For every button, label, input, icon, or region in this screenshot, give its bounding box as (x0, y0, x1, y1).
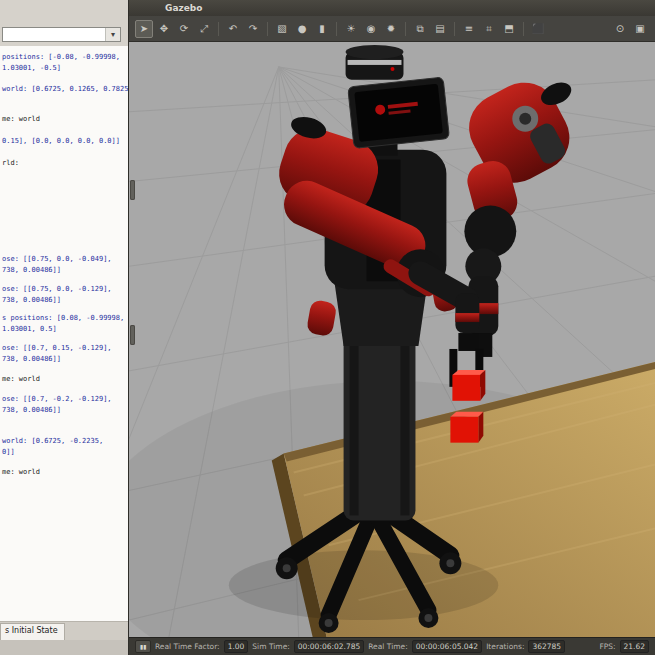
yaml-line: positions: [-0.08, -0.99998, (2, 53, 120, 61)
align-icon: ≡ (465, 23, 473, 34)
yaml-line: ose: [[0.7, -0.2, -0.129], (2, 395, 112, 403)
toolbar-separator (218, 22, 219, 36)
select-tool-icon: ➤ (140, 23, 148, 34)
insert-sphere-button[interactable]: ● (293, 20, 311, 38)
red-cube-on-table[interactable] (450, 412, 483, 443)
directional-light-button[interactable]: ☀ (342, 20, 360, 38)
yaml-line: 0]] (2, 448, 15, 456)
point-light-icon: ✹ (387, 23, 395, 34)
yaml-line: 738, 0.00486]] (2, 296, 61, 304)
toolbar-separator (523, 22, 524, 36)
change-view-button[interactable]: ⬒ (500, 20, 518, 38)
insert-cylinder-button[interactable]: ▮ (313, 20, 331, 38)
yaml-line: ose: [[0.7, 0.15, -0.129], (2, 344, 112, 352)
editor-toolbar-area: ▾ (0, 0, 128, 47)
yaml-line: world: [0.6725, -0.2235, (2, 437, 103, 445)
gazebo-toolbar: ➤ ✥ ⟳ ⤢ ↶ ↷ ▧ ● ▮ ☀ ◉ ✹ ⧉ ▤ ≡ ⌗ ⬒ ⬛ ⊙ ▣ (129, 16, 655, 42)
translate-tool-button[interactable]: ✥ (155, 20, 173, 38)
rtf-value[interactable]: 1.00 (224, 640, 249, 653)
iterations-label: Iterations: (486, 642, 524, 651)
snap-button[interactable]: ⌗ (480, 20, 498, 38)
snap-icon: ⌗ (486, 23, 492, 34)
translate-tool-icon: ✥ (160, 23, 168, 34)
yaml-line: 738, 0.00486]] (2, 406, 61, 414)
cylinder-icon: ▮ (319, 23, 325, 34)
chevron-down-icon[interactable]: ▾ (105, 28, 120, 41)
change-view-icon: ⬒ (504, 23, 513, 34)
fps-value: 21.62 (620, 640, 649, 653)
pause-button[interactable]: ▮▮ (135, 640, 151, 653)
toolbar-separator (405, 22, 406, 36)
screenshot-icon: ⊙ (616, 23, 624, 34)
yaml-line: 1.03001, 0.5] (2, 325, 57, 333)
yaml-line: 738, 0.00486]] (2, 355, 61, 363)
screenshot-button[interactable]: ⊙ (611, 20, 629, 38)
yaml-line: s positions: [0.08, -0.99998, (2, 314, 124, 322)
record-log-button[interactable]: ⬛ (529, 20, 547, 38)
real-time-label: Real Time: (368, 642, 407, 651)
scale-tool-icon: ⤢ (200, 23, 208, 34)
yaml-line: me: world (2, 375, 40, 383)
point-light-button[interactable]: ✹ (382, 20, 400, 38)
record-log-icon: ⬛ (532, 23, 544, 34)
toolbar-separator (336, 22, 337, 36)
left-editor-panel: ▾ positions: [-0.08, -0.99998, 1.03001, … (0, 0, 128, 655)
toolbar-separator (454, 22, 455, 36)
gripper-base (458, 333, 478, 351)
real-time-value: 00:00:06:05.042 (412, 640, 482, 653)
yaml-line: 1.03001, -0.5] (2, 64, 61, 72)
editor-tabbar: s Initial State (0, 621, 128, 640)
yaml-line: me: world (2, 115, 40, 123)
model-combobox[interactable]: ▾ (2, 27, 121, 42)
rotate-tool-icon: ⟳ (180, 23, 188, 34)
undo-button[interactable]: ↶ (224, 20, 242, 38)
panel-splitter-grip[interactable] (130, 180, 135, 200)
screen: ▾ positions: [-0.08, -0.99998, 1.03001, … (0, 0, 655, 655)
select-tool-button[interactable]: ➤ (135, 20, 153, 38)
sim-time-value: 00:00:06:02.785 (294, 640, 364, 653)
gazebo-window: Gazebo ➤ ✥ ⟳ ⤢ ↶ ↷ ▧ ● ▮ ☀ ◉ ✹ ⧉ ▤ ≡ ⌗ ⬒ (128, 0, 655, 655)
paste-button[interactable]: ▤ (431, 20, 449, 38)
horizontal-scrollbar[interactable] (0, 640, 128, 655)
align-button[interactable]: ≡ (460, 20, 478, 38)
copy-button[interactable]: ⧉ (411, 20, 429, 38)
rtf-label: Real Time Factor: (155, 642, 220, 651)
fps-label: FPS: (599, 642, 615, 651)
titlebar[interactable]: Gazebo (129, 0, 655, 16)
copy-icon: ⧉ (416, 23, 423, 34)
yaml-line: rld: (2, 159, 19, 167)
data-logger-icon: ▣ (635, 23, 644, 34)
iterations-value: 362785 (528, 640, 565, 653)
yaml-line: 0.15], [0.0, 0.0, 0.0, 0.0]] (2, 137, 120, 145)
scene-canvas[interactable] (129, 42, 655, 637)
sphere-icon: ● (298, 23, 307, 34)
yaml-line: world: [0.6725, 0.1265, 0.7825], (2, 85, 128, 93)
spot-light-button[interactable]: ◉ (362, 20, 380, 38)
statusbar: ▮▮ Real Time Factor: 1.00 Sim Time: 00:0… (129, 637, 655, 655)
yaml-line: ose: [[0.75, 0.0, -0.129], (2, 285, 112, 293)
editor-tab[interactable]: s Initial State (0, 623, 65, 640)
spot-light-icon: ◉ (367, 23, 376, 34)
window-title: Gazebo (165, 3, 202, 13)
toolbar-separator (267, 22, 268, 36)
insert-box-button[interactable]: ▧ (273, 20, 291, 38)
sun-icon: ☀ (347, 23, 356, 34)
paste-icon: ▤ (435, 23, 444, 34)
redo-button[interactable]: ↷ (244, 20, 262, 38)
sonar-ring (348, 60, 402, 65)
yaml-text-area[interactable]: positions: [-0.08, -0.99998, 1.03001, -0… (0, 46, 128, 622)
panel-splitter-grip[interactable] (130, 325, 135, 345)
undo-icon: ↶ (229, 23, 237, 34)
face-display (348, 77, 450, 148)
yaml-line: me: world (2, 468, 40, 476)
red-cube-in-gripper[interactable] (452, 370, 485, 401)
yaml-line: ose: [[0.75, 0.0, -0.049], (2, 255, 112, 263)
viewport-3d[interactable] (129, 42, 655, 637)
rotate-tool-button[interactable]: ⟳ (175, 20, 193, 38)
data-logger-button[interactable]: ▣ (631, 20, 649, 38)
scale-tool-button[interactable]: ⤢ (195, 20, 213, 38)
sim-time-label: Sim Time: (252, 642, 289, 651)
box-icon: ▧ (277, 23, 286, 34)
redo-icon: ↷ (249, 23, 257, 34)
yaml-line: 738, 0.00486]] (2, 266, 61, 274)
